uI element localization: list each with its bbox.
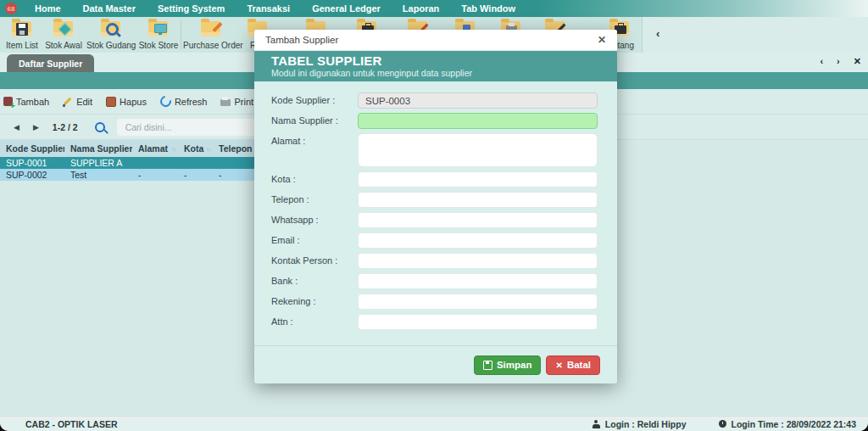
menu-item-home[interactable]: Home <box>24 3 72 14</box>
menu-item-laporan[interactable]: Laporan <box>392 3 450 14</box>
hapus-button[interactable]: Hapus <box>106 97 147 107</box>
column-header-kota[interactable]: Kota↑↓ <box>178 143 213 154</box>
tambah-button[interactable]: Tambah <box>3 97 49 107</box>
tab-daftar-supplier[interactable]: Daftar Supplier <box>7 54 94 72</box>
alamat-field[interactable] <box>358 133 598 167</box>
toolbar-separator <box>181 20 181 49</box>
telepon-field[interactable] <box>358 192 598 208</box>
login-time-label: Login Time : 28/09/2022 21:43 <box>732 419 856 429</box>
app-logo-icon: 68 <box>5 3 17 14</box>
toolbar-overflow-panel: ‹ <box>642 17 868 53</box>
sort-icon: ↑↓ <box>206 146 210 152</box>
attn-label: Attn : <box>271 314 358 330</box>
rekening-field[interactable] <box>358 294 598 310</box>
kontak-person-label: Kontak Person : <box>271 253 358 269</box>
email-label: Email : <box>271 232 358 249</box>
tambah-supplier-dialog: Tambah Supplier ✕ TABEL SUPPLIER Modul i… <box>254 30 617 383</box>
toolbar-item-label: Stok Awal <box>42 41 85 50</box>
nama-supplier-label: Nama Supplier : <box>271 113 358 129</box>
column-header-alamat[interactable]: Alamat↑↓ <box>132 143 178 154</box>
alamat-label: Alamat : <box>271 133 358 167</box>
attn-field[interactable] <box>358 314 598 330</box>
dialog-title: Tambah Supplier <box>265 35 338 45</box>
dialog-title-bar: Tambah Supplier ✕ <box>254 30 617 51</box>
add-icon <box>3 97 13 106</box>
form-subtitle: Modul ini digunakan untuk menginput data… <box>271 68 617 78</box>
refresh-icon <box>158 93 173 109</box>
delete-icon <box>106 97 116 107</box>
menu-item-general-ledger[interactable]: General Ledger <box>301 3 392 14</box>
toolbar-item-purchase-order[interactable]: Purchase Order <box>183 18 239 50</box>
toolbar-item-stok-awal[interactable]: Stok Awal <box>42 18 85 50</box>
column-header-nama-supplier[interactable]: Nama Supplier↑↓ <box>64 143 132 154</box>
sort-icon: ↑↓ <box>171 146 175 152</box>
menu-item-tab-window[interactable]: Tab Window <box>450 3 526 14</box>
whatsapp-label: Whatsapp : <box>271 212 358 228</box>
magnifier-icon <box>106 23 119 36</box>
kode-supplier-field <box>358 92 598 109</box>
batal-button[interactable]: ✕ Batal <box>546 355 600 375</box>
monitor-icon <box>154 24 167 33</box>
toolbar-item-item-list[interactable]: Item List <box>2 18 42 50</box>
whatsapp-field[interactable] <box>358 212 598 228</box>
toolbar-item-label: Stok Store <box>137 41 180 50</box>
toolbar-item-stok-store[interactable]: Stok Store <box>137 18 180 50</box>
tab-scroll-left-icon[interactable]: ‹ <box>820 56 823 67</box>
app-window: 68 Home Data Master Setting System Trans… <box>0 0 868 431</box>
kontak-person-field[interactable] <box>358 253 598 269</box>
menu-item-data-master[interactable]: Data Master <box>72 3 147 14</box>
status-bar: CAB2 - OPTIK LASER Login : Reldi Hippy L… <box>0 416 868 431</box>
login-user-label: Login : Reldi Hippy <box>605 419 687 429</box>
nama-supplier-field[interactable] <box>358 113 598 129</box>
branch-label: CAB2 - OPTIK LASER <box>25 419 118 429</box>
toolbar-item-stok-gudang[interactable]: Stok Gudang <box>86 18 136 50</box>
user-icon <box>593 420 600 428</box>
print-button[interactable]: Print <box>220 97 253 107</box>
save-icon <box>483 361 492 370</box>
dialog-footer: Simpan ✕ Batal <box>254 345 617 383</box>
simpan-button[interactable]: Simpan <box>474 355 542 375</box>
column-header-kode-supplier[interactable]: Kode Supplier↑↓ <box>0 143 64 154</box>
kode-supplier-label: Kode Supplier : <box>271 92 358 109</box>
edit-button[interactable]: Edit <box>63 97 92 107</box>
toolbar-item-label: Stok Gudang <box>86 41 136 50</box>
dialog-close-icon[interactable]: ✕ <box>598 34 606 46</box>
clock-icon <box>719 420 726 428</box>
supplier-form: Kode Supplier : Nama Supplier : Alamat :… <box>254 81 617 345</box>
floppy-icon <box>16 23 28 36</box>
menu-bar: 68 Home Data Master Setting System Trans… <box>0 0 868 17</box>
form-title: TABEL SUPPLIER <box>271 53 617 68</box>
print-icon <box>220 99 231 106</box>
bank-field[interactable] <box>358 273 598 289</box>
tab-close-icon[interactable]: ✕ <box>854 56 861 67</box>
refresh-button[interactable]: Refresh <box>160 96 208 107</box>
toolbar-item-label: Item List <box>2 41 42 50</box>
bank-label: Bank : <box>271 273 358 289</box>
page-prev-icon[interactable]: ◀ <box>14 123 19 132</box>
edit-icon <box>63 97 73 107</box>
menu-item-setting-system[interactable]: Setting System <box>147 3 236 14</box>
cancel-x-icon: ✕ <box>555 361 562 370</box>
page-range-label: 1-2 / 2 <box>53 122 78 132</box>
email-field[interactable] <box>358 232 598 249</box>
rekening-label: Rekening : <box>271 294 358 310</box>
toolbar-item-label: Purchase Order <box>183 41 239 50</box>
tab-scroll-right-icon[interactable]: › <box>837 56 840 67</box>
collapse-left-icon[interactable]: ‹ <box>656 27 659 40</box>
menu-item-transaksi[interactable]: Transaksi <box>236 3 301 14</box>
page-next-icon[interactable]: ▶ <box>33 123 39 132</box>
kota-field[interactable] <box>358 171 598 188</box>
dialog-header: TABEL SUPPLIER Modul ini digunakan untuk… <box>254 51 617 81</box>
telepon-label: Telepon : <box>271 192 358 208</box>
search-icon <box>95 122 105 132</box>
kota-label: Kota : <box>271 171 358 188</box>
